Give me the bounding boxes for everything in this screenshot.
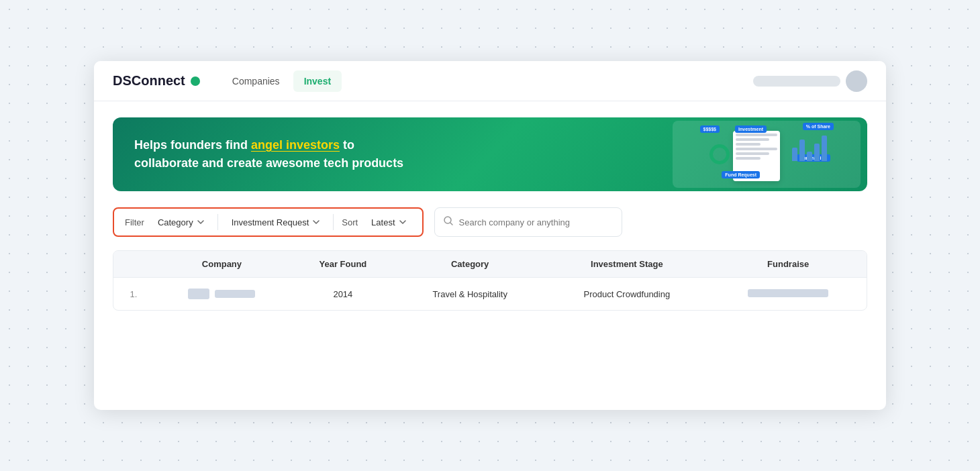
hero-subtitle: collaborate and create awesome tech prod… [134,154,846,172]
category-select[interactable]: Category [152,215,209,230]
filter-bar-wrapper: Filter Category Investment Request Sort [113,207,867,237]
user-name-placeholder [753,76,840,87]
search-input[interactable] [459,217,614,227]
nav-bar: DSConnect Companies Invest [94,61,886,101]
company-logo [188,289,209,299]
filter-divider [217,214,218,230]
table-header-row: Company Year Found Category Investment S… [113,251,867,278]
investment-request-select[interactable]: Investment Request [226,215,326,230]
col-category: Category [396,251,544,278]
col-investment-stage: Investment Stage [544,251,709,278]
filter-bar: Filter Category Investment Request Sort [113,207,424,237]
nav-right [753,70,867,92]
row-number: 1. [113,278,154,311]
nav-links: Companies Invest [222,70,753,92]
companies-table: Company Year Found Category Investment S… [113,251,867,310]
latest-chevron-icon [399,219,406,225]
investment-stage-cell: Product Crowdfunding [544,278,709,311]
hero-title-part2: to [340,138,354,152]
col-company: Company [154,251,290,278]
filter-divider-2 [333,214,334,230]
latest-select[interactable]: Latest [366,215,411,230]
category-label: Category [158,217,193,227]
search-icon [443,215,454,229]
hero-text: Helps founders find angel investors to c… [113,123,867,186]
logo-text: DSConnect [113,73,185,89]
table-body: 1. 2014 Travel & Hospitality Product Cro… [113,278,867,311]
investment-request-chevron-icon [313,219,320,225]
company-name [215,290,255,298]
col-number [113,251,154,278]
fundraise-placeholder [748,289,828,297]
hero-banner: Helps founders find angel investors to c… [113,117,867,191]
company-cell [154,278,290,311]
sort-label: Sort [342,217,358,227]
nav-invest[interactable]: Invest [293,70,342,92]
year-found-cell: 2014 [290,278,396,311]
search-bar[interactable] [434,207,622,237]
col-year-found: Year Found [290,251,396,278]
row-number-text: 1. [130,289,138,299]
company-info [164,289,279,299]
category-cell: Travel & Hospitality [396,278,544,311]
hero-title: Helps founders find angel investors to [134,136,846,154]
investment-request-label: Investment Request [232,217,309,227]
hero-title-part1: Helps founders find [134,138,251,152]
category-chevron-icon [197,219,204,225]
table-row[interactable]: 1. 2014 Travel & Hospitality Product Cro… [113,278,867,311]
main-content: Helps founders find angel investors to c… [94,101,886,327]
avatar[interactable] [846,70,867,92]
table-container: Company Year Found Category Investment S… [113,250,867,311]
hero-highlight: angel investors [251,138,340,152]
logo: DSConnect [113,73,200,89]
filter-label: Filter [125,217,144,227]
logo-dot [191,76,200,86]
fundraise-cell [709,278,867,311]
col-fundraise: Fundraise [709,251,867,278]
nav-companies[interactable]: Companies [222,70,291,92]
latest-label: Latest [371,217,395,227]
table-header: Company Year Found Category Investment S… [113,251,867,278]
app-window: DSConnect Companies Invest Helps founder… [94,61,886,410]
